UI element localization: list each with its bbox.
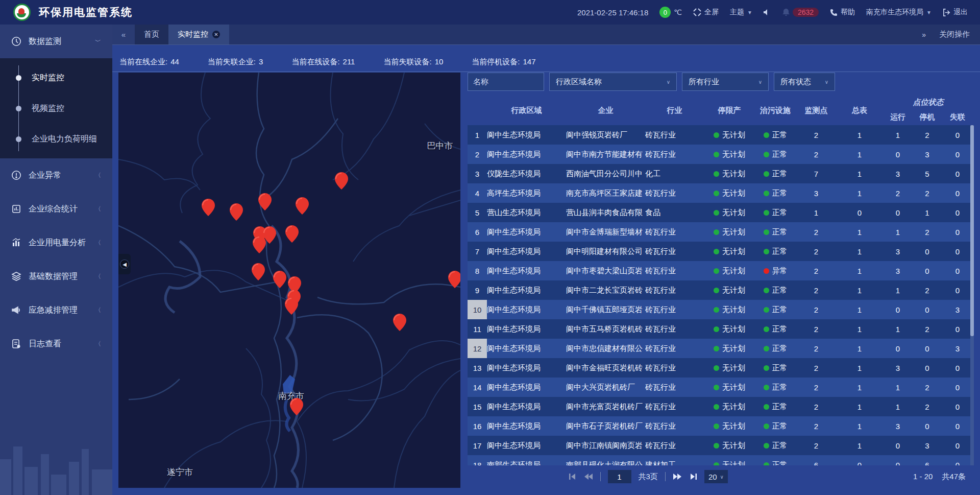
sidebar-item-realtime-monitoring[interactable]: 实时监控 bbox=[0, 62, 112, 93]
map-pin-icon[interactable] bbox=[290, 398, 303, 415]
last-page-button[interactable] bbox=[689, 473, 697, 480]
cell-total: 1 bbox=[837, 378, 883, 397]
help-button[interactable]: 帮助 bbox=[830, 8, 855, 17]
table-row[interactable]: 9阆中生态环境局阆中市二龙长宝页岩砖砖瓦行业无计划正常21120 bbox=[468, 280, 974, 300]
prev-page-button[interactable] bbox=[584, 473, 593, 480]
cell-region: 阆中生态环境局 bbox=[487, 358, 566, 378]
sidebar-item-power-usage-analysis[interactable]: 企业用电量分析 〈 bbox=[0, 226, 112, 260]
logout-button[interactable]: 退出 bbox=[943, 8, 968, 17]
cell-facility-status: 正常 bbox=[755, 358, 796, 378]
table-row[interactable]: 15阆中生态环境局阆中市光富页岩机砖厂砖瓦行业无计划正常21120 bbox=[468, 397, 974, 416]
map-panel[interactable]: 巴中市南充市遂宁市 ◀ bbox=[118, 73, 460, 488]
table-row[interactable]: 2阆中生态环境局阆中市南方节能建材有砖瓦行业无计划正常21030 bbox=[468, 145, 974, 164]
cell-facility-status: 正常 bbox=[755, 300, 796, 319]
cell-stopped: 2 bbox=[913, 183, 941, 203]
tab-home[interactable]: 首页 bbox=[135, 25, 168, 44]
status-filter-select[interactable]: 所有状态 ∨ bbox=[774, 73, 835, 91]
table-row[interactable]: 1阆中生态环境局阆中强锐页岩砖厂砖瓦行业无计划正常21120 bbox=[468, 125, 974, 145]
last-page-icon bbox=[689, 473, 697, 480]
sidebar-item-enterprise-statistics[interactable]: 企业综合统计 〈 bbox=[0, 192, 112, 226]
table-row[interactable]: 12阆中生态环境局阆中市忠信建材有限公砖瓦行业无计划正常21003 bbox=[468, 339, 974, 358]
map-pin-icon[interactable] bbox=[393, 314, 406, 331]
map-pin-icon[interactable] bbox=[202, 199, 215, 216]
sidebar-item-enterprise-abnormal[interactable]: 企业异常 〈 bbox=[0, 158, 112, 192]
table-row[interactable]: 3仪陇生态环境局西南油气田分公司川中化工无计划正常71350 bbox=[468, 164, 974, 183]
map-collapse-handle[interactable]: ◀ bbox=[118, 254, 131, 274]
sidebar-item-basic-data-management[interactable]: 基础数据管理 〈 bbox=[0, 260, 112, 293]
status-dot-icon bbox=[764, 249, 769, 254]
cell-points: 2 bbox=[796, 145, 837, 164]
cell-region: 阆中生态环境局 bbox=[487, 339, 566, 358]
page-size-select[interactable]: 20 ∨ bbox=[704, 470, 728, 483]
map-pin-icon[interactable] bbox=[230, 203, 243, 221]
theme-dropdown[interactable]: 主题 ▼ bbox=[730, 8, 752, 17]
close-operations-button[interactable]: 关闭操作 bbox=[939, 30, 970, 39]
cell-lost: 0 bbox=[941, 145, 974, 164]
industry-filter-select[interactable]: 所有行业 ∨ bbox=[682, 73, 769, 91]
tabs-scroll-right-button[interactable]: » bbox=[922, 31, 926, 39]
table-scrollbar[interactable] bbox=[970, 125, 974, 465]
sidebar-item-emergency-reduction[interactable]: 应急减排管理 〈 bbox=[0, 293, 112, 327]
map-pin-icon[interactable] bbox=[258, 193, 272, 210]
status-dot-icon bbox=[764, 152, 769, 157]
table-row[interactable]: 16阆中生态环境局阆中市石子页岩机砖厂砖瓦行业无计划正常21300 bbox=[468, 416, 974, 436]
map-pin-icon[interactable] bbox=[252, 263, 265, 280]
phone-icon bbox=[830, 9, 838, 16]
table-row[interactable]: 17阆中生态环境局阆中市江南镇阆南页岩砖瓦行业无计划正常21030 bbox=[468, 436, 974, 455]
cell-lost: 0 bbox=[941, 242, 974, 261]
fullscreen-button[interactable]: 全屏 bbox=[693, 8, 719, 17]
cell-region: 仪陇生态环境局 bbox=[487, 164, 566, 183]
cell-points: 2 bbox=[796, 280, 837, 300]
map-pin-icon[interactable] bbox=[285, 225, 299, 243]
page-number-input[interactable] bbox=[608, 470, 631, 483]
cell-stopped: 0 bbox=[913, 339, 941, 358]
sidebar-item-log-view[interactable]: 日志查看 〈 bbox=[0, 327, 112, 361]
range-label: 1 - 20 bbox=[913, 472, 933, 482]
map-pin-icon[interactable] bbox=[448, 271, 460, 288]
map-pin-icon[interactable] bbox=[273, 271, 286, 288]
user-menu[interactable]: 南充市生态环境局 ▼ bbox=[866, 8, 932, 17]
next-page-button[interactable] bbox=[673, 473, 682, 480]
col-facility: 治污设施 bbox=[755, 96, 796, 125]
table-row[interactable]: 4高坪生态环境局南充市高坪区王家店建砖瓦行业无计划正常31220 bbox=[468, 183, 974, 203]
next-page-icon bbox=[673, 473, 682, 480]
first-page-button[interactable] bbox=[569, 473, 577, 480]
scrollbar-thumb[interactable] bbox=[970, 125, 974, 336]
map-pin-icon[interactable] bbox=[296, 197, 309, 215]
table-row[interactable]: 5营山生态环境局营山县润丰肉食品有限食品无计划正常10010 bbox=[468, 203, 974, 222]
map-pin-icon[interactable] bbox=[285, 297, 298, 315]
row-number: 4 bbox=[468, 183, 487, 203]
cell-stopped: 5 bbox=[913, 164, 941, 183]
speaker-icon bbox=[764, 9, 771, 16]
table-row[interactable]: 18南部生态环境局南部县砚化土润有限公建材加工无计划正常60060 bbox=[468, 455, 974, 465]
cell-facility-status: 正常 bbox=[755, 378, 796, 397]
cell-lost: 0 bbox=[941, 319, 974, 339]
table-row[interactable]: 10阆中生态环境局阆中千佛镇五郎垭页岩砖瓦行业无计划正常21003 bbox=[468, 300, 974, 319]
table-row[interactable]: 7阆中生态环境局阆中明阳建材有限公司砖瓦行业无计划正常21300 bbox=[468, 242, 974, 261]
region-filter-select[interactable]: 行政区域名称 ∨ bbox=[549, 73, 677, 91]
cell-facility-status: 正常 bbox=[755, 436, 796, 455]
notifications-button[interactable]: 2632 bbox=[782, 8, 819, 17]
sidebar-item-power-load-detail[interactable]: 企业电力负荷明细 bbox=[0, 124, 112, 154]
table-row[interactable]: 8阆中生态环境局阆中市枣碧大梁山页岩砖瓦行业无计划异常21300 bbox=[468, 261, 974, 280]
divider bbox=[600, 472, 601, 481]
name-filter-input[interactable]: 名称 bbox=[468, 73, 544, 91]
cell-run: 0 bbox=[883, 436, 913, 455]
table-row[interactable]: 14阆中生态环境局阆中大兴页岩机砖厂砖瓦行业无计划正常21120 bbox=[468, 378, 974, 397]
close-icon[interactable]: ✕ bbox=[212, 31, 220, 38]
table-row[interactable]: 13阆中生态环境局阆中市金福旺页岩机砖砖瓦行业无计划正常21300 bbox=[468, 358, 974, 378]
chevron-left-icon: 〈 bbox=[95, 171, 101, 180]
tab-realtime-monitoring[interactable]: 实时监控 ✕ bbox=[168, 25, 229, 44]
cell-total: 1 bbox=[837, 242, 883, 261]
stat-online-devices: 当前在线设备:211 bbox=[291, 57, 355, 67]
tabs-scroll-left-button[interactable]: « bbox=[112, 25, 135, 44]
table-row[interactable]: 11阆中生态环境局阆中市五马桥页岩机砖砖瓦行业无计划正常21120 bbox=[468, 319, 974, 339]
map-pin-icon[interactable] bbox=[253, 236, 266, 253]
row-number: 13 bbox=[468, 358, 487, 378]
sidebar-item-data-monitoring[interactable]: 数据监测 ﹀ bbox=[0, 25, 112, 58]
table-row[interactable]: 6阆中生态环境局阆中市金博瑞新型墙材砖瓦行业无计划正常21120 bbox=[468, 222, 974, 242]
cell-run: 0 bbox=[883, 203, 913, 222]
sidebar-item-video-monitoring[interactable]: 视频监控 bbox=[0, 93, 112, 124]
sound-button[interactable] bbox=[764, 9, 771, 16]
map-pin-icon[interactable] bbox=[335, 172, 348, 190]
